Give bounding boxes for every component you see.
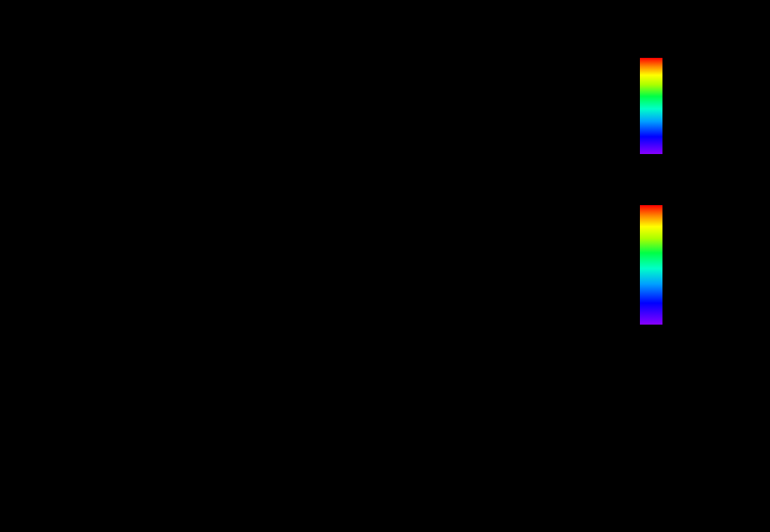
distance-y-axis-label [711, 358, 744, 530]
science-plot-screen [0, 0, 770, 532]
spectrogram-canvas [158, 51, 625, 165]
spectrogram-y-axis-label [33, 32, 66, 183]
deg-colorbar [640, 205, 662, 325]
pitch-angle-canvas [158, 192, 625, 337]
quality-y-axis-label [35, 368, 68, 518]
def-colorbar-gradient [640, 58, 662, 154]
def-colorbar [640, 58, 662, 154]
deg-colorbar-gradient [640, 205, 662, 325]
quality-distance-canvas [158, 376, 625, 510]
